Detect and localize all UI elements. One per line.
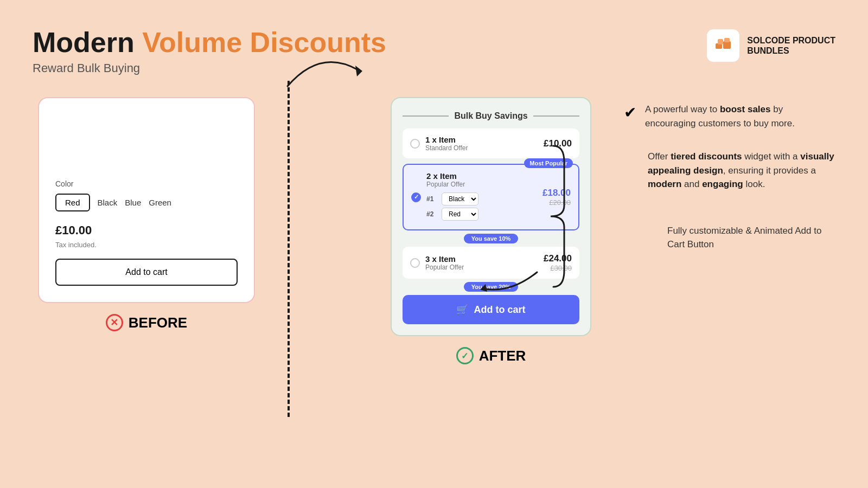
x-icon: ✕ — [106, 314, 123, 331]
color-option-green[interactable]: Green — [149, 198, 171, 207]
price: £10.00 — [55, 223, 238, 237]
you-save-pill-2: You save 10% — [464, 234, 519, 243]
variant-select-1[interactable]: Black Red Blue — [442, 192, 478, 206]
tier-info-2: 2 x Item Popular Offer #1 Black Red Blue — [426, 171, 542, 223]
header: Modern Volume Discounts Reward Bulk Buyi… — [33, 27, 835, 75]
feature-text-2: Offer tiered discounts widget with a vis… — [624, 150, 835, 191]
tier-name-2: 2 x Item — [426, 171, 542, 181]
color-options: Red Black Blue Green — [55, 194, 238, 211]
before-label: ✕ BEFORE — [106, 314, 187, 331]
arrow-to-cart — [477, 261, 542, 305]
feature-item-3: Fully customizable & Animated Add to Car… — [667, 224, 835, 252]
tier-radio-2 — [411, 192, 421, 202]
features-section: ✔ A powerful way to boost sales by encou… — [591, 97, 835, 252]
bulk-title: Bulk Buy Savings — [403, 111, 579, 121]
svg-marker-5 — [355, 66, 362, 76]
before-text: BEFORE — [129, 314, 187, 331]
logo-block: SOLCODE PRODUCTBUNDLES — [707, 29, 835, 62]
color-option-red[interactable]: Red — [55, 194, 90, 211]
variant-selects: #1 Black Red Blue #2 Red — [426, 192, 542, 221]
arrow-svg — [277, 43, 363, 97]
variant-row-1: #1 Black Red Blue — [426, 192, 542, 206]
price-block: £10.00 — [55, 223, 238, 237]
tax-note: Tax included. — [55, 241, 238, 249]
svg-rect-2 — [723, 41, 731, 49]
svg-rect-3 — [718, 39, 723, 44]
before-section: Color Red Black Blue Green £10.00 Tax in… — [33, 97, 260, 331]
tier-desc-2: Popular Offer — [426, 181, 542, 188]
feature-header-1: ✔ A powerful way to boost sales by encou… — [624, 102, 835, 130]
add-to-cart-label: Add to cart — [474, 304, 525, 316]
tier-desc-1: Standard Offer — [425, 144, 544, 152]
after-label: ✓ AFTER — [456, 347, 526, 364]
dashed-divider — [288, 81, 290, 417]
tier-info-1: 1 x Item Standard Offer — [425, 135, 544, 152]
color-option-black[interactable]: Black — [98, 198, 118, 207]
check-icon-green: ✓ — [456, 347, 474, 364]
feature-text-3: Fully customizable & Animated Add to Car… — [667, 224, 835, 252]
tier-name-1: 1 x Item — [425, 135, 544, 144]
logo-name: SOLCODE PRODUCTBUNDLES — [747, 35, 835, 56]
cart-icon: 🛒 — [456, 304, 468, 316]
logo-icon — [707, 29, 739, 62]
color-label: Color — [55, 179, 238, 188]
tier-radio-3 — [410, 258, 420, 268]
title-black: Modern — [33, 27, 135, 58]
svg-rect-4 — [724, 38, 730, 42]
feature-item-2: Offer tiered discounts widget with a vis… — [624, 150, 835, 191]
add-to-cart-before[interactable]: Add to cart — [55, 259, 238, 286]
after-text: AFTER — [479, 348, 526, 364]
main-content: Color Red Black Blue Green £10.00 Tax in… — [33, 97, 835, 364]
before-card: Color Red Black Blue Green £10.00 Tax in… — [38, 97, 255, 303]
feature-item-1: ✔ A powerful way to boost sales by encou… — [624, 102, 835, 130]
feature-check-1: ✔ — [624, 104, 636, 121]
variant-label-1: #1 — [426, 195, 438, 203]
svg-marker-6 — [480, 284, 487, 292]
feature-text-1: A powerful way to boost sales by encoura… — [645, 102, 835, 130]
variant-label-2: #2 — [426, 210, 438, 218]
tier-radio-1 — [410, 139, 420, 149]
variant-row-2: #2 Red Black Blue — [426, 208, 542, 221]
variant-select-2[interactable]: Red Black Blue — [442, 208, 478, 221]
curly-brace — [548, 140, 570, 292]
color-option-blue[interactable]: Blue — [125, 198, 141, 207]
